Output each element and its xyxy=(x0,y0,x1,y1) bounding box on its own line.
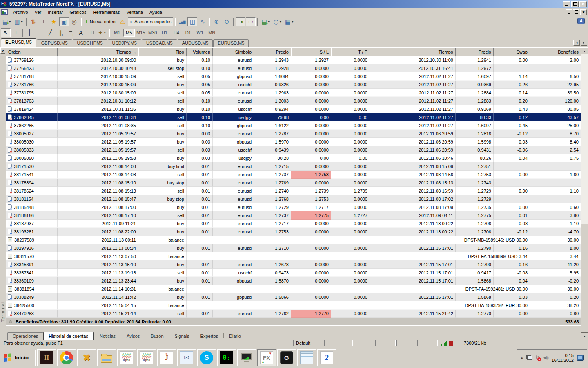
column-header-beneficios-11[interactable]: Beneficios xyxy=(530,48,581,56)
terminal-tab-diario[interactable]: Diario xyxy=(224,333,246,340)
data-window-button[interactable]: + xyxy=(39,17,49,26)
terminal-tab-noticias[interactable]: Noticias xyxy=(95,333,120,340)
crosshair-button[interactable]: + xyxy=(11,28,21,37)
child-close-button[interactable]: × xyxy=(580,9,587,15)
table-row[interactable]: 383882492012.11.14 11:42buy0.01gbpusd1.5… xyxy=(6,293,581,301)
indicators-button[interactable]: ▤+▾ xyxy=(260,17,271,26)
alert-button[interactable]: ⚠ xyxy=(118,17,127,26)
status-profile[interactable]: Default xyxy=(293,340,323,346)
hack-tool-icon[interactable]: ✖ xyxy=(77,349,96,366)
minimize-button[interactable] xyxy=(563,1,570,7)
column-header-orden-0[interactable]: Orden xyxy=(6,48,58,56)
periods-button[interactable]: ◷▾ xyxy=(272,17,283,26)
vertical-line-button[interactable]: │ xyxy=(25,28,35,37)
table-row[interactable]: 381879372012.11.09 11:21buy0.01eurusd1.2… xyxy=(6,220,581,228)
table-row[interactable]: 378137032012.10.31 10:12sell0.10eurusd1.… xyxy=(6,97,581,105)
column-header-precio-9[interactable]: Precio xyxy=(456,48,494,56)
column-header-tiempo-1[interactable]: Tiempo△ xyxy=(58,48,138,56)
lineage-game-icon[interactable]: II xyxy=(37,349,56,366)
column-header-precio-5[interactable]: Precio xyxy=(254,48,291,56)
chart-tab-eurusd-m5[interactable]: EURUSD,M5 xyxy=(213,39,249,47)
folder-icon[interactable] xyxy=(97,349,116,366)
horizontal-line-button[interactable]: ─ xyxy=(35,28,45,37)
terminal-button[interactable]: ▣ xyxy=(59,17,69,26)
photo-mail-icon[interactable]: ✉ xyxy=(177,349,196,366)
vertical-scrollbar[interactable]: ▲ ▼ xyxy=(581,48,588,339)
menu-item-ver[interactable]: Ver xyxy=(31,9,45,16)
menu-item-archivo[interactable]: Archivo xyxy=(10,9,31,16)
show-desktop-icon[interactable] xyxy=(577,355,584,361)
table-row[interactable]: ↑382975892012.11.13 00:11balanceDPST-MB-… xyxy=(6,236,581,244)
column-header-t-p-7[interactable]: T / P xyxy=(331,48,370,56)
zoom-in-button[interactable]: ⊕ xyxy=(212,17,221,26)
chart-tab-usdjpy-m5[interactable]: USDJPY,M5 xyxy=(108,39,141,47)
tab-scroll-left-icon[interactable]: ◄ xyxy=(573,40,580,46)
table-row[interactable]: 382979362012.11.13 00:34buy0.01eurusd1.2… xyxy=(6,244,581,252)
terminal-tab-operaciones[interactable]: Operaciones xyxy=(7,332,43,340)
timeframe-mn[interactable]: MN xyxy=(206,29,218,37)
notepad-icon[interactable] xyxy=(297,349,316,366)
table-row[interactable]: 378194242012.10.31 11:35buy0.10usdchf0.9… xyxy=(6,105,581,113)
scroll-down-icon[interactable]: ▼ xyxy=(581,333,588,339)
text-label-button[interactable]: T xyxy=(86,28,96,37)
table-row[interactable]: 381783942012.11.08 15:10buy stop0.01euru… xyxy=(6,179,581,187)
line-chart-button[interactable]: ∿ xyxy=(198,17,207,26)
bar-chart-button[interactable]: ▂▅▇ xyxy=(177,17,187,26)
table-row[interactable]: 381786242012.11.08 15:13sell0.01eurusd1.… xyxy=(6,187,581,195)
timeframe-h4[interactable]: H4 xyxy=(171,29,182,37)
terminal-tab-signals[interactable]: Signals xyxy=(170,333,194,340)
scroll-up-icon[interactable]: ▲ xyxy=(581,48,588,54)
volume-icon[interactable]: ◀)) xyxy=(543,355,548,360)
chart-shift-button[interactable]: ↦ xyxy=(246,17,256,26)
child-minimize-button[interactable] xyxy=(566,9,572,15)
table-row[interactable]: 381861662012.11.08 17:10sell0.01eurusd1.… xyxy=(6,211,581,220)
close-button[interactable]: × xyxy=(579,1,587,7)
scrollbar-track[interactable] xyxy=(581,54,588,333)
templates-button[interactable]: ▦▾ xyxy=(283,17,295,26)
table-row[interactable]: 377591262012.10.30 09:00buy0.10eurusd1.2… xyxy=(6,56,581,64)
table-row[interactable]: 384702832012.11.15 21:14sell0.01eurusd1.… xyxy=(6,310,581,318)
terminal-tab-historial-de-cuentas[interactable]: Historial de cuentas xyxy=(43,332,94,340)
alpari-icon-2[interactable]: ⋀⋀⋀⋀⋀⋀⋀⋀alpari xyxy=(137,349,156,366)
timeframe-h1[interactable]: H1 xyxy=(159,29,170,37)
column-header-volumen-3[interactable]: Volumen xyxy=(187,48,213,56)
child-restore-button[interactable] xyxy=(573,9,579,15)
terminal-tab-expertos[interactable]: Expertos xyxy=(196,333,223,340)
table-row[interactable]: 383573412012.11.13 19:18sell0.01usdchf0.… xyxy=(6,269,581,277)
table-row[interactable]: 381932812012.11.08 22:09buy0.01eurusd1.2… xyxy=(6,228,581,236)
start-button[interactable]: Inicio xyxy=(1,350,33,366)
network-tray-icon[interactable] xyxy=(526,355,532,360)
timeframe-m5[interactable]: M5 xyxy=(123,29,135,37)
table-row[interactable]: 380050502012.11.05 19:58buy0.03usdjpy80.… xyxy=(6,154,581,162)
cursor-button[interactable]: ↖ xyxy=(1,28,11,37)
table-row[interactable]: 377817952012.10.30 15:09sell0.05eurusd1.… xyxy=(6,89,581,97)
table-row[interactable]: ↑383115702012.11.13 07:50balanceDPST-FA-… xyxy=(6,252,581,260)
tray-chevron-icon[interactable]: » xyxy=(519,356,524,359)
new-order-button[interactable]: +Nueva orden xyxy=(83,17,117,26)
chart-tab-gbpusd-m5[interactable]: GBPUSD,M5 xyxy=(37,39,72,47)
chart-tab-usdcad-m5[interactable]: USDCAD,M5 xyxy=(142,39,177,47)
expert-advisors-button[interactable]: ◗Asesores expertos xyxy=(128,17,174,26)
chart-tab-audusd-m5[interactable]: AUDUSD,M5 xyxy=(178,39,213,47)
profiles-button[interactable]: ▥▾ xyxy=(13,17,24,26)
table-row[interactable]: ↑383818542012.11.14 10:31balanceDPST-FA-… xyxy=(6,285,581,293)
table-row[interactable]: 383601092012.11.13 23:44buy0.01gbpusd1.5… xyxy=(6,277,581,285)
terminal-tab-avisos[interactable]: Avisos xyxy=(122,333,145,340)
skype-icon[interactable]: S xyxy=(197,349,216,366)
fibonacci-button[interactable]: ≡F xyxy=(66,28,76,37)
table-row[interactable]: 378622852012.11.01 08:35sell0.10gbpusd1.… xyxy=(6,121,581,130)
auto-scroll-button[interactable]: ⇥ xyxy=(236,17,245,26)
bank-z-icon[interactable]: 2 xyxy=(317,349,336,366)
table-row[interactable]: 377817682012.10.30 15:09sell0.05gbpusd1.… xyxy=(6,72,581,81)
timeframe-m15[interactable]: M15 xyxy=(135,29,147,37)
metatrader-icon[interactable]: FX xyxy=(257,349,276,366)
chrome-icon[interactable] xyxy=(57,349,76,366)
table-row[interactable]: 378620452012.11.01 08:34sell0.10usdjpy79… xyxy=(6,113,581,121)
timeframe-w1[interactable]: W1 xyxy=(194,29,206,37)
column-header-tiempo-8[interactable]: Tiempo xyxy=(370,48,456,56)
menu-item-graficos[interactable]: Gráficos xyxy=(67,9,90,16)
text-button[interactable]: A xyxy=(76,28,86,37)
table-row[interactable]: ↑384255002012.11.15 04:15balanceDPST-BA-… xyxy=(6,301,581,310)
scrollbar-thumb[interactable] xyxy=(581,224,588,333)
table-row[interactable]: 380050332012.11.05 19:57sell0.03usdchf0.… xyxy=(6,146,581,154)
